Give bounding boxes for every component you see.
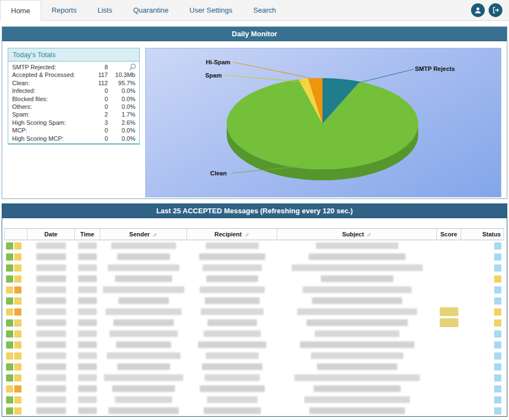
- column-header-date[interactable]: Date: [28, 229, 75, 240]
- message-row[interactable]: [4, 262, 504, 273]
- redacted-text: [36, 352, 66, 359]
- status-indicator: [494, 242, 501, 250]
- redacted-text: [115, 275, 172, 282]
- sort-icon[interactable]: [366, 232, 371, 237]
- redacted-text: [78, 396, 97, 403]
- mail-indicator: [6, 352, 13, 360]
- column-header-recipient[interactable]: Recipient: [187, 229, 277, 240]
- recent-messages-bar: Last 25 ACCEPTED Messages (Refreshing ev…: [2, 204, 507, 218]
- column-header-status[interactable]: Status: [461, 229, 504, 240]
- status-indicator: [494, 253, 501, 261]
- mail-indicator: [14, 396, 21, 404]
- mail-indicator: [14, 341, 21, 349]
- message-row[interactable]: [4, 383, 504, 394]
- column-header-subject[interactable]: Subject: [277, 229, 437, 240]
- logout-button[interactable]: [489, 3, 502, 17]
- mail-indicator: [14, 264, 21, 272]
- column-header-score[interactable]: Score: [437, 229, 461, 240]
- totals-count: 117: [90, 71, 108, 79]
- message-row[interactable]: [4, 295, 504, 306]
- message-row[interactable]: [4, 317, 504, 328]
- pie-label-clean: Clean: [210, 170, 227, 176]
- status-indicator: [494, 407, 501, 415]
- message-row[interactable]: [4, 361, 504, 372]
- redacted-text: [199, 253, 265, 260]
- tab-search[interactable]: Search: [243, 0, 286, 20]
- redacted-text: [312, 297, 402, 304]
- redacted-text: [204, 330, 261, 337]
- messages-rows: [4, 240, 505, 416]
- mail-indicator: [6, 308, 13, 316]
- message-row[interactable]: [4, 405, 504, 416]
- redacted-text: [314, 385, 401, 392]
- column-header-sender[interactable]: Sender: [100, 229, 187, 240]
- redacted-text: [78, 264, 97, 271]
- totals-label: Accepted & Processed:: [12, 71, 90, 79]
- message-row[interactable]: [4, 328, 504, 339]
- tab-quarantine[interactable]: Quarantine: [123, 0, 179, 20]
- status-indicator: [494, 385, 501, 393]
- totals-label: Blocked files:: [12, 95, 90, 103]
- status-indicator: [494, 286, 501, 294]
- column-header-label: Status: [482, 231, 501, 237]
- totals-count: 2: [90, 110, 108, 118]
- redacted-text: [36, 275, 66, 282]
- redacted-text: [36, 308, 66, 315]
- message-row[interactable]: [4, 273, 504, 284]
- redacted-text: [292, 264, 423, 271]
- redacted-text: [36, 264, 66, 271]
- message-row[interactable]: [4, 284, 504, 295]
- redacted-text: [113, 319, 174, 326]
- recent-messages-section: Last 25 ACCEPTED Messages (Refreshing ev…: [2, 203, 507, 417]
- mail-indicator: [6, 297, 13, 305]
- redacted-text: [207, 396, 258, 403]
- tab-user-settings[interactable]: User Settings: [179, 0, 243, 20]
- mail-indicator: [14, 374, 21, 382]
- message-row[interactable]: [4, 251, 504, 262]
- sort-icon[interactable]: [152, 232, 157, 237]
- score-highlight: [440, 318, 458, 327]
- status-indicator: [494, 352, 501, 360]
- redacted-text: [78, 308, 97, 315]
- column-header-time[interactable]: Time: [75, 229, 100, 240]
- totals-count: 0: [90, 95, 108, 103]
- totals-count: 0: [90, 126, 108, 134]
- redacted-text: [198, 341, 266, 348]
- todays-totals-panel: Today's Totals SMTP Rejected:8Accepted &…: [8, 48, 140, 145]
- message-row[interactable]: [4, 240, 504, 251]
- message-row[interactable]: [4, 306, 504, 317]
- column-header-label: Subject: [342, 231, 364, 237]
- sort-icon[interactable]: [244, 232, 249, 237]
- totals-extra: 0.0%: [108, 135, 135, 142]
- redacted-text: [78, 275, 97, 282]
- status-indicator: [494, 330, 501, 338]
- totals-count: 0: [90, 135, 108, 142]
- redacted-text: [316, 242, 398, 249]
- message-row[interactable]: [4, 372, 504, 383]
- totals-row: Clean:11295.7%: [8, 79, 139, 87]
- tab-home[interactable]: Home: [0, 0, 41, 21]
- message-row[interactable]: [4, 350, 504, 361]
- pie-label-smtp-rejects: SMTP Rejects: [415, 65, 455, 72]
- mail-indicator: [14, 352, 21, 360]
- totals-label: Clean:: [12, 79, 90, 87]
- redacted-text: [103, 286, 184, 293]
- redacted-text: [78, 385, 97, 392]
- totals-row: SMTP Rejected:8: [8, 63, 139, 71]
- totals-label: Spam:: [12, 110, 90, 118]
- mail-indicator: [6, 330, 13, 338]
- status-indicator: [494, 297, 501, 305]
- redacted-text: [78, 319, 97, 326]
- user-account-button[interactable]: [471, 3, 485, 17]
- message-row[interactable]: [4, 339, 504, 350]
- daily-monitor-bar: Daily Monitor: [2, 27, 507, 41]
- tab-lists[interactable]: Lists: [87, 0, 123, 20]
- redacted-text: [36, 253, 66, 260]
- status-indicator: [494, 396, 501, 404]
- tab-reports[interactable]: Reports: [41, 0, 87, 20]
- totals-count: 8: [90, 63, 108, 71]
- message-row[interactable]: [4, 394, 504, 405]
- mail-indicator: [14, 242, 21, 250]
- mail-indicator: [6, 253, 13, 261]
- totals-label: MCP:: [12, 126, 90, 134]
